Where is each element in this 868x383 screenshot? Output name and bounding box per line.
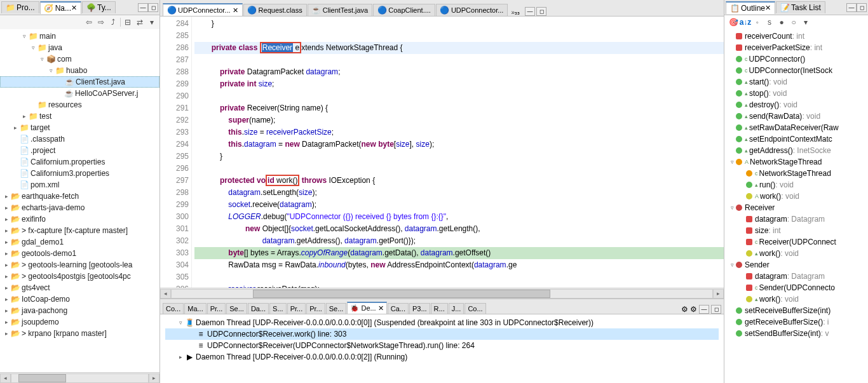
bottom-tab[interactable]: Ca... xyxy=(388,303,409,314)
tabs-overflow-icon[interactable]: »₃₃ xyxy=(508,9,522,16)
tree-item[interactable]: ▸📂> geotools-learning [geotools-lea xyxy=(0,259,159,271)
tree-item[interactable]: ▸📁target xyxy=(0,122,159,133)
outline-item[interactable]: cUDPConnector() xyxy=(724,53,868,65)
outline-item[interactable]: datagram : Datagram xyxy=(724,213,868,225)
outline-item[interactable]: ▴work() : void xyxy=(724,248,868,259)
tab-project-explorer[interactable]: 📁Pro... xyxy=(1,1,39,13)
bottom-tab[interactable]: 🐞 De... ✕ xyxy=(347,302,386,314)
debug-stack-frame[interactable]: ▸▶Daemon Thread [UDP-Receiver-0.0.0.0/0.… xyxy=(165,351,719,363)
tree-item[interactable]: 📄.project xyxy=(0,145,159,156)
tree-item[interactable]: ▸📂geotools-demo1 xyxy=(0,248,159,259)
collapse-all-icon[interactable]: ⊟ xyxy=(123,17,133,27)
minimize-button[interactable]: — xyxy=(138,3,148,12)
outline-item[interactable]: ▴setEndpointContextMatc xyxy=(724,133,868,145)
outline-item[interactable]: Awork() : void xyxy=(724,191,868,202)
outline-item[interactable]: setReceiveBufferSize(int) xyxy=(724,305,868,316)
bottom-tab[interactable]: R... xyxy=(431,303,448,314)
outline-item[interactable]: ▴start() : void xyxy=(724,76,868,88)
outline-item[interactable]: ▴destroy() : void xyxy=(724,99,868,111)
tree-item[interactable]: ▸📂java-pachong xyxy=(0,305,159,316)
bottom-tab[interactable]: Pr... xyxy=(207,303,226,314)
outline-item[interactable]: datagram : Datagram xyxy=(724,271,868,282)
maximize-button[interactable]: ◻ xyxy=(148,3,158,12)
tree-item[interactable]: 📁resources xyxy=(0,99,159,111)
bottom-tab[interactable]: J... xyxy=(449,303,465,314)
tree-item[interactable]: ▸📂jsoupdemo xyxy=(0,316,159,328)
code-area[interactable]: } private class Receiver extends Network… xyxy=(192,17,724,288)
debug-stack-frame[interactable]: ≡UDPConnector$Receiver(UDPConnector$Netw… xyxy=(165,340,719,351)
debug-stack-frame[interactable]: ▿🧵Daemon Thread [UDP-Receiver-0.0.0.0/0.… xyxy=(165,317,719,328)
hide-fields-icon[interactable]: ◦ xyxy=(752,17,763,27)
forward-icon[interactable]: ⇨ xyxy=(96,17,106,27)
tree-item[interactable]: ▸📂> geotools4postgis [geotools4pc xyxy=(0,271,159,282)
bottom-tab[interactable]: Ma... xyxy=(184,303,206,314)
maximize-button[interactable]: ◻ xyxy=(711,305,721,314)
tree-item[interactable]: 📄Californium.properties xyxy=(0,156,159,168)
back-icon[interactable]: ⇦ xyxy=(84,17,94,27)
outline-item[interactable]: cReceiver(UDPConnect xyxy=(724,236,868,248)
bottom-tab[interactable]: Pr... xyxy=(287,303,306,314)
tree-item[interactable]: ▸📂IotCoap-demo xyxy=(0,293,159,305)
editor-hscroll[interactable]: ◂ ▸ xyxy=(160,288,724,299)
outline-item[interactable]: ▴stop() : void xyxy=(724,88,868,99)
tab-outline[interactable]: 📋Outline ✕ xyxy=(726,1,775,14)
outline-item[interactable]: ▴run() : void xyxy=(724,179,868,191)
tree-item[interactable]: ▸📂gdal_demo1 xyxy=(0,236,159,248)
minimize-button[interactable]: — xyxy=(699,305,709,314)
tree-item[interactable]: ▿📁main xyxy=(0,30,159,42)
outline-item[interactable]: ▴setRawDataReceiver(Raw xyxy=(724,122,868,133)
bottom-tab[interactable]: Se... xyxy=(226,303,247,314)
outline-item[interactable]: ▴getAddress() : InetSocke xyxy=(724,145,868,156)
outline-item[interactable]: cNetworkStageThread xyxy=(724,168,868,179)
bottom-tab[interactable]: Co... xyxy=(163,303,184,314)
hide-nonpublic-icon[interactable]: ● xyxy=(776,17,787,27)
sort-icon[interactable]: a↓z xyxy=(740,17,750,27)
up-icon[interactable]: ⤴ xyxy=(108,17,118,27)
code-editor[interactable]: 2842852862872882892902912922932942952962… xyxy=(160,17,724,288)
tree-item[interactable]: ▿📁huabo xyxy=(0,65,159,76)
tree-item[interactable]: ▿📦com xyxy=(0,53,159,65)
tree-item[interactable]: 📄pom.xml xyxy=(0,179,159,191)
navigator-tree[interactable]: ▿📁main▿📁java▿📦com▿📁huabo☕ClientTest.java… xyxy=(0,29,159,372)
view-menu-icon[interactable]: ▾ xyxy=(801,17,811,27)
tree-item[interactable]: ▸📁test xyxy=(0,111,159,122)
minimize-button[interactable]: — xyxy=(846,3,857,12)
editor-tab[interactable]: 🔵CoapClient.... xyxy=(373,4,435,16)
outline-item[interactable]: getReceiveBufferSize() : i xyxy=(724,316,868,328)
bottom-tab[interactable]: Da... xyxy=(248,303,269,314)
debug-toolbar-icon[interactable]: ⚙ xyxy=(690,305,697,314)
tree-item[interactable]: ☕HelloCoAPServer.j xyxy=(0,88,159,99)
editor-tab[interactable]: ☕ClientTest.java xyxy=(308,4,373,16)
outline-item[interactable]: ▿Receiver xyxy=(724,202,868,213)
scroll-right-icon[interactable]: ▸ xyxy=(713,289,724,299)
bottom-tab[interactable]: Se... xyxy=(326,303,347,314)
minimize-button[interactable]: — xyxy=(525,7,535,16)
outline-item[interactable]: ▿Sender xyxy=(724,259,868,271)
editor-tab[interactable]: 🔵UDPConnector... xyxy=(436,4,508,16)
scroll-left-icon[interactable]: ◂ xyxy=(160,289,171,299)
view-menu-icon[interactable]: ▾ xyxy=(147,17,157,27)
outline-tree[interactable]: receiverCount : intreceiverPacketSize : … xyxy=(724,29,868,383)
debug-view[interactable]: ▿🧵Daemon Thread [UDP-Receiver-0.0.0.0/0.… xyxy=(160,314,724,383)
hide-static-icon[interactable]: s xyxy=(764,17,775,27)
bottom-tab[interactable]: P3... xyxy=(409,303,430,314)
outline-item[interactable]: setSendBufferSize(int) : v xyxy=(724,328,868,339)
left-hscroll[interactable]: ◂ ▸ xyxy=(0,372,159,383)
tree-item[interactable]: ▸📂gts4vect xyxy=(0,282,159,293)
tree-item[interactable]: 📄.classpath xyxy=(0,133,159,145)
scroll-right-icon[interactable]: ▸ xyxy=(149,373,159,383)
outline-item[interactable]: receiverPacketSize : int xyxy=(724,42,868,53)
scroll-left-icon[interactable]: ◂ xyxy=(0,373,11,383)
outline-item[interactable]: cUDPConnector(InetSock xyxy=(724,65,868,76)
tree-item[interactable]: ▸📂> krpano [krpano master] xyxy=(0,328,159,339)
outline-item[interactable]: receiverCount : int xyxy=(724,30,868,42)
editor-tab[interactable]: 🔵Request.class xyxy=(243,4,307,16)
hide-local-icon[interactable]: ○ xyxy=(789,17,799,27)
outline-item[interactable]: ▿ANetworkStageThread xyxy=(724,156,868,168)
tree-item[interactable]: ▸📂earthquake-fetch xyxy=(0,191,159,202)
maximize-button[interactable]: ◻ xyxy=(536,7,546,16)
outline-item[interactable]: size : int xyxy=(724,225,868,236)
tree-item[interactable]: ☕ClientTest.java xyxy=(0,76,159,88)
bottom-tab[interactable]: S... xyxy=(269,303,287,314)
tab-navigator[interactable]: 🧭Na... ✕ xyxy=(40,1,81,14)
